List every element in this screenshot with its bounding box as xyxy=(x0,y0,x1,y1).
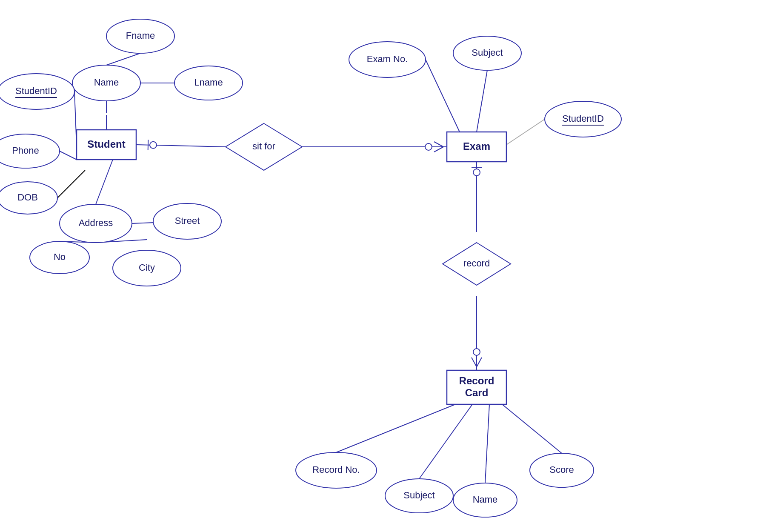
er-diagram xyxy=(0,0,766,532)
